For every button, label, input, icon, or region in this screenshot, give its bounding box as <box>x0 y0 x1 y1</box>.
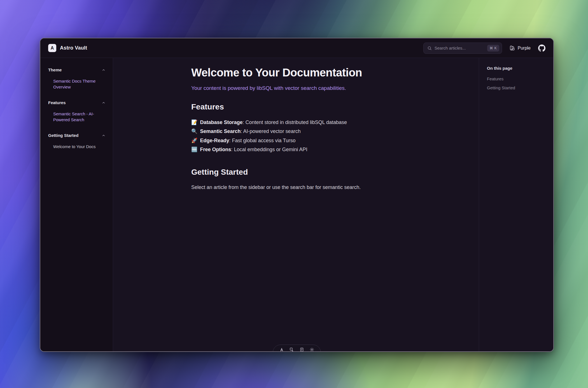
feature-label: Semantic Search <box>200 128 241 134</box>
page-intro: Your content is powered by libSQL with v… <box>191 85 401 91</box>
search-box[interactable]: ⌘ K <box>423 43 502 54</box>
feature-label: Edge-Ready <box>200 138 229 143</box>
content-row: Theme Semantic Docs Theme Overview Featu… <box>40 58 553 351</box>
sidebar-section-toggle-features[interactable]: Features <box>48 100 106 105</box>
features-list: 📝Database Storage: Content stored in dis… <box>191 119 401 153</box>
chevron-up-icon <box>102 101 106 105</box>
feature-text: : Local embeddings or Gemini API <box>231 147 307 152</box>
toc-link-features[interactable]: Features <box>487 76 548 81</box>
settings-gear-icon[interactable] <box>310 347 314 352</box>
sidebar-section-toggle-theme[interactable]: Theme <box>48 67 106 72</box>
feature-item: 📝Database Storage: Content stored in dis… <box>191 119 401 126</box>
main-content: Welcome to Your Documentation Your conte… <box>113 58 479 351</box>
chevron-up-icon <box>102 68 106 72</box>
rocket-emoji-icon: 🚀 <box>191 138 197 143</box>
app-logo: A <box>48 44 56 52</box>
sidebar-section-theme: Theme Semantic Docs Theme Overview <box>48 67 106 90</box>
theme-selector-button[interactable]: Purple <box>510 45 531 51</box>
getting-started-text: Select an article from the sidebar or us… <box>191 184 401 190</box>
features-heading: Features <box>191 102 401 111</box>
top-header: A Astro Vault ⌘ K Purple <box>40 38 553 58</box>
sidebar: Theme Semantic Docs Theme Overview Featu… <box>40 58 113 351</box>
chevron-up-icon <box>102 134 106 137</box>
sidebar-item-welcome-to-your-docs[interactable]: Welcome to Your Docs <box>48 144 106 149</box>
audit-icon[interactable] <box>300 347 304 352</box>
search-icon <box>427 46 432 50</box>
sidebar-section-toggle-getting-started[interactable]: Getting Started <box>48 133 106 138</box>
theme-swatch-icon <box>510 45 515 51</box>
magnifier-emoji-icon: 🔍 <box>191 128 197 134</box>
toc-heading: On this page <box>487 66 548 71</box>
brand-link[interactable]: A Astro Vault <box>48 44 87 52</box>
sidebar-section-label: Features <box>48 100 66 105</box>
app-title: Astro Vault <box>60 45 87 51</box>
feature-text: : Fast global access via Turso <box>229 138 296 143</box>
sidebar-item-semantic-docs-theme-overview[interactable]: Semantic Docs Theme Overview <box>48 78 106 90</box>
app-window: A Astro Vault ⌘ K Purple <box>40 38 554 352</box>
feature-text: : Content stored in distributed libSQL d… <box>243 120 347 125</box>
github-link[interactable] <box>538 45 545 52</box>
theme-selector-label: Purple <box>518 46 531 51</box>
feature-label: Database Storage <box>200 120 242 125</box>
sidebar-section-label: Theme <box>48 67 62 72</box>
toc-link-getting-started[interactable]: Getting Started <box>487 85 548 90</box>
search-shortcut-badge: ⌘ K <box>487 45 499 52</box>
page-title: Welcome to Your Documentation <box>191 66 401 79</box>
sidebar-section-label: Getting Started <box>48 133 78 138</box>
feature-item: 🔍Semantic Search: AI-powered vector sear… <box>191 128 401 135</box>
sidebar-item-semantic-search[interactable]: Semantic Search - AI-Powered Search <box>48 111 106 123</box>
getting-started-heading: Getting Started <box>191 168 401 177</box>
search-input[interactable] <box>435 46 485 50</box>
memo-emoji-icon: 📝 <box>191 120 197 125</box>
sidebar-section-getting-started: Getting Started Welcome to Your Docs <box>48 133 106 149</box>
free-emoji-icon: 🆓 <box>191 147 197 152</box>
astro-dev-toolbar[interactable] <box>273 345 321 352</box>
astro-logo-icon[interactable] <box>279 347 284 352</box>
sidebar-section-features: Features Semantic Search - AI-Powered Se… <box>48 100 106 123</box>
feature-item: 🚀Edge-Ready: Fast global access via Turs… <box>191 137 401 144</box>
article: Welcome to Your Documentation Your conte… <box>191 66 401 190</box>
header-actions: ⌘ K Purple <box>423 43 545 54</box>
feature-label: Free Options <box>200 147 231 152</box>
toc-panel: On this page Features Getting Started <box>479 58 553 351</box>
feature-text: : AI-powered vector search <box>241 128 301 134</box>
github-icon <box>538 45 545 52</box>
feature-item: 🆓Free Options: Local embeddings or Gemin… <box>191 146 401 153</box>
inspect-icon[interactable] <box>290 347 294 352</box>
